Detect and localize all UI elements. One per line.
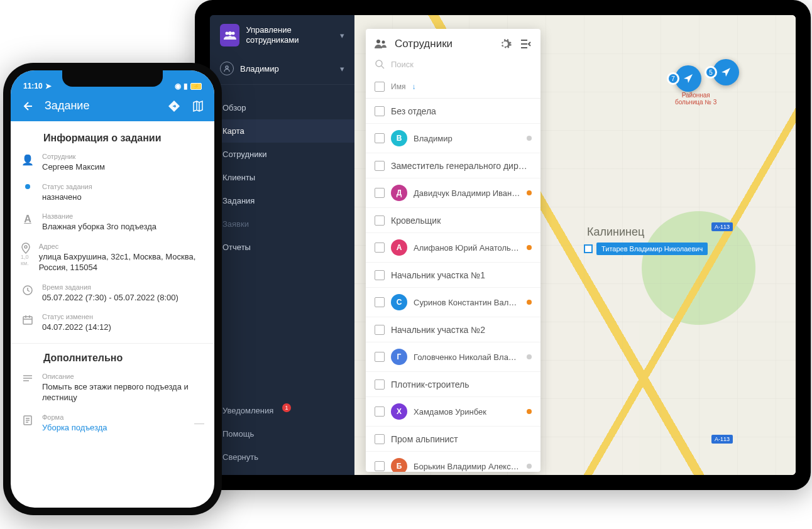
nav-item[interactable]: Карта [210,119,354,143]
map-marker-icon [584,244,593,253]
distance-label: 1,0 км. [21,254,31,266]
group-row[interactable]: Пром альпинист [366,427,540,452]
employee-row[interactable]: ДДавидчук Владимир Иванович [366,178,540,208]
status-dot-icon [21,184,35,189]
row-checkbox[interactable] [375,243,385,253]
back-icon[interactable] [21,100,33,112]
row-label: Владимир [414,134,520,143]
user-switcher[interactable]: Владимир ▾ [210,55,354,85]
row-checkbox[interactable] [375,106,385,116]
nav-menu: ОбзорКартаСотрудникиКлиентыЗаданияЗаявки… [210,85,354,259]
panel-header: Сотрудники [366,29,540,57]
collapse-panel-icon[interactable] [519,38,532,50]
wifi-icon: ◉ [175,82,181,90]
row-checkbox[interactable] [375,434,385,444]
user-avatar-icon [220,62,234,75]
nav-collapse[interactable]: Свернуть [210,445,354,469]
sort-arrow-icon[interactable]: ↓ [412,82,415,91]
phone-body[interactable]: Информация о задании 👤 СотрудникСергеев … [11,121,214,508]
search-icon [375,59,385,69]
status-indicator [527,354,532,359]
road-badge: А-113 [711,222,733,231]
directions-icon[interactable] [168,100,180,112]
person-icon: 👤 [21,154,35,166]
group-row[interactable]: Без отдела [366,99,540,124]
status-indicator [527,409,532,414]
row-checkbox[interactable] [375,352,385,362]
row-checkbox[interactable] [375,297,385,307]
chevron-down-icon: ▾ [340,64,344,74]
status-time: 11:10 [23,82,43,90]
gear-icon[interactable] [499,38,512,50]
nav-item[interactable]: Отчеты [210,236,354,259]
nav-item[interactable]: Задания [210,189,354,212]
row-checkbox[interactable] [375,161,385,171]
nav-item[interactable]: Сотрудники [210,143,354,166]
status-indicator [527,300,532,305]
panel-columns: Имя ↓ [366,75,540,99]
row-checkbox[interactable] [375,325,385,335]
nav-notifications[interactable]: Уведомления 1 [210,399,354,422]
status-indicator [527,136,532,141]
nav-help[interactable]: Помощь [210,422,354,445]
group-row[interactable]: Кровельщик [366,208,540,233]
row-label: Заместитель генерального директора [391,161,532,171]
row-checkbox[interactable] [375,215,385,226]
map-cluster-pin[interactable]: 5 [713,59,739,85]
row-label: Суринов Константин Валерьев... [414,298,520,307]
row-checkbox[interactable] [375,461,385,471]
panel-title: Сотрудники [395,38,453,50]
field-employee: 👤 СотрудникСергеев Максим [21,153,204,173]
employee-row[interactable]: ААлифанов Юрий Анатольевич [366,233,540,263]
row-checkbox[interactable] [375,379,385,390]
employee-avatar: Б [391,458,407,472]
employee-row[interactable]: ССуринов Константин Валерьев... [366,288,540,317]
svg-point-0 [225,32,228,35]
employee-row[interactable]: ГГоловченко Николай Владими... [366,342,540,372]
group-row[interactable]: Плотник-строитель [366,372,540,397]
col-name[interactable]: Имя [391,82,405,91]
row-checkbox[interactable] [375,270,385,280]
group-row[interactable]: Начальник участка №2 [366,317,540,342]
group-row[interactable]: Заместитель генерального директора [366,153,540,178]
employee-avatar: С [391,294,407,310]
app-switcher[interactable]: Управление сотрудниками ▾ [210,15,354,55]
select-all-checkbox[interactable] [375,82,385,92]
nav-item[interactable]: Заявки [210,212,354,236]
map-hospital-label: Районная больница № 3 [675,92,716,106]
nav-item[interactable]: Обзор [210,96,354,119]
row-label: Головченко Николай Владими... [414,352,520,362]
form-icon [21,415,35,426]
employee-row[interactable]: ББорькин Владимир Александр... [366,452,540,472]
search-input[interactable] [391,60,532,69]
row-checkbox[interactable] [375,406,385,417]
row-checkbox[interactable] [375,133,385,143]
pin-icon [21,243,31,254]
user-name: Владимир [240,64,279,74]
map-employee-tag[interactable]: Титарев Владимир Николаевич [584,243,708,255]
employee-row[interactable]: ХХамдамов Уринбек [366,397,540,427]
clock-icon [21,285,35,296]
field-name: A НазваниеВлажная уборка 3го подъезда [21,212,204,232]
phone-screen: 11:10 ➤ ◉ ▮ ⚡ Задание Информация о задан… [11,70,214,508]
field-time: Время задания05.07.2022 (7:30) - 05.07.2… [21,283,204,303]
nav-item[interactable]: Клиенты [210,166,354,189]
group-row[interactable]: Начальник участка №1 [366,263,540,288]
map-icon[interactable] [192,100,204,112]
panel-search [366,57,540,75]
phone-frame: 11:10 ➤ ◉ ▮ ⚡ Задание Информация о задан… [3,63,222,515]
employee-row[interactable]: ВВладимир [366,124,540,153]
location-arrow-icon [720,66,732,79]
field-form[interactable]: ФормаУборка подъезда — [21,413,204,434]
field-changed: Статус изменен04.07.2022 (14:12) [21,313,204,333]
map-area[interactable]: Калининец Районная больница № 3 7 5 Тита… [354,15,796,475]
employee-avatar: Д [391,185,407,201]
svg-point-6 [376,60,382,67]
map-cluster-pin[interactable]: 7 [675,65,701,92]
svg-point-4 [376,40,380,43]
svg-rect-9 [23,317,32,324]
section-title: Дополнительно [43,352,204,364]
row-checkbox[interactable] [375,188,385,198]
collapse-icon[interactable]: — [194,418,204,429]
sidebar-bottom: Уведомления 1 Помощь Свернуть [210,399,354,475]
